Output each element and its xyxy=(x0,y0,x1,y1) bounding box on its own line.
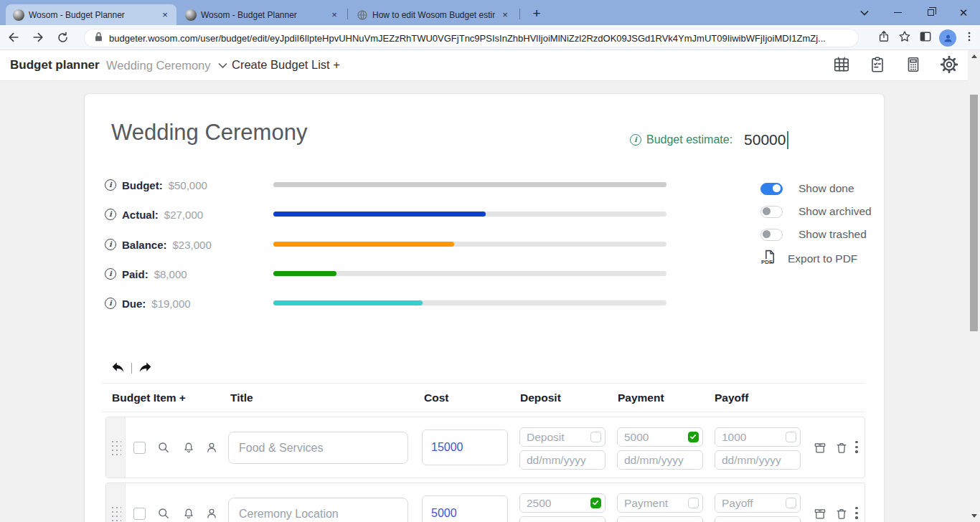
redo-icon[interactable] xyxy=(138,359,153,377)
calculator-icon[interactable] xyxy=(904,55,923,77)
tab-close-icon[interactable]: × xyxy=(329,9,340,21)
show-trashed-toggle[interactable] xyxy=(760,229,783,241)
payment-date-input[interactable] xyxy=(617,516,703,522)
profile-avatar[interactable] xyxy=(939,29,956,47)
deposit-done-checkbox[interactable] xyxy=(590,498,601,508)
info-icon[interactable] xyxy=(105,268,116,280)
bell-icon[interactable] xyxy=(182,506,196,521)
tab-separator xyxy=(519,9,520,19)
table-header: Budget Item + Title Cost Deposit Payment… xyxy=(102,383,865,412)
side-panel-icon[interactable] xyxy=(918,29,933,47)
browser-tab-1[interactable]: Wosom - Budget Planner × xyxy=(6,4,176,25)
app-navbar: Budget planner Wedding Ceremony Create B… xyxy=(0,50,980,81)
cost-input[interactable] xyxy=(422,430,508,465)
forward-icon[interactable] xyxy=(27,27,49,48)
close-button[interactable]: ✕ xyxy=(947,0,980,25)
archive-icon[interactable] xyxy=(813,507,827,521)
due-progress-bar xyxy=(273,300,666,305)
payment-done-checkbox[interactable] xyxy=(688,498,699,508)
create-budget-list-button[interactable]: Create Budget List + xyxy=(232,58,340,72)
trash-icon[interactable] xyxy=(834,507,849,521)
stat-label: Balance: xyxy=(122,239,167,251)
payoff-done-checkbox[interactable] xyxy=(786,498,796,508)
budget-item-row xyxy=(105,483,865,522)
toggle-label: Show trashed xyxy=(798,228,867,241)
stat-value: $19,000 xyxy=(151,298,190,310)
title-input[interactable] xyxy=(228,498,408,522)
row-checkbox[interactable] xyxy=(133,508,146,520)
chevron-down-icon xyxy=(218,62,227,69)
restore-button[interactable] xyxy=(914,0,947,25)
tab-close-icon[interactable]: × xyxy=(499,9,511,21)
toggle-label: Show archived xyxy=(798,205,872,218)
minimize-button[interactable] xyxy=(881,0,914,25)
info-icon[interactable] xyxy=(105,298,116,309)
calendar-icon[interactable] xyxy=(832,55,851,77)
scrollbar-thumb[interactable] xyxy=(970,95,978,331)
budget-item-add-button[interactable]: Budget Item + xyxy=(112,392,186,404)
clipboard-checklist-icon[interactable] xyxy=(868,55,887,77)
deposit-date-input[interactable] xyxy=(519,450,606,470)
payment-field xyxy=(617,493,703,513)
bar-fill xyxy=(273,212,486,217)
row-checkbox[interactable] xyxy=(133,442,146,454)
budget-estimate-field[interactable]: Budget estimate: 50000 xyxy=(630,128,788,151)
bell-icon[interactable] xyxy=(182,440,196,455)
bar-fill xyxy=(273,300,423,305)
bookmark-star-icon[interactable] xyxy=(897,29,912,47)
tab-close-icon[interactable]: × xyxy=(159,9,171,21)
address-bar[interactable]: budgeter.wosom.com/user/budget/edit/eyJp… xyxy=(84,29,859,47)
info-icon[interactable] xyxy=(105,239,116,250)
payoff-done-checkbox[interactable] xyxy=(786,432,796,442)
bar-fill xyxy=(273,271,336,276)
budget-estimate-value[interactable]: 50000 xyxy=(744,131,786,148)
cost-input[interactable] xyxy=(422,495,508,522)
scroll-up-icon[interactable] xyxy=(968,50,980,62)
deposit-done-checkbox[interactable] xyxy=(590,432,601,442)
deposit-date-input[interactable] xyxy=(519,516,606,522)
info-icon[interactable] xyxy=(105,209,116,220)
trash-icon[interactable] xyxy=(834,441,849,455)
row-menu-icon[interactable] xyxy=(855,441,858,453)
title-input[interactable] xyxy=(228,432,408,464)
budget-estimate-label: Budget estimate: xyxy=(646,133,732,146)
stat-value: $50,000 xyxy=(169,179,207,191)
payment-date-input[interactable] xyxy=(617,450,703,470)
row-menu-icon[interactable] xyxy=(855,507,858,519)
window-controls: ✕ xyxy=(848,0,980,25)
search-icon[interactable] xyxy=(156,440,171,455)
payment-field xyxy=(617,427,703,447)
browser-tab-3[interactable]: How to edit Wosom Budget estim × xyxy=(349,4,517,25)
archive-icon[interactable] xyxy=(813,441,827,455)
person-icon[interactable] xyxy=(204,440,219,455)
payment-done-checkbox[interactable] xyxy=(688,432,699,442)
browser-menu-icon[interactable] xyxy=(963,30,976,46)
reload-icon[interactable] xyxy=(52,27,73,48)
new-tab-button[interactable]: + xyxy=(527,4,546,23)
drag-handle[interactable] xyxy=(106,483,126,522)
column-payoff: Payoff xyxy=(715,392,748,404)
search-icon[interactable] xyxy=(156,506,171,521)
browser-tab-2[interactable]: Wosom - Budget Planner × xyxy=(178,4,346,25)
undo-icon[interactable] xyxy=(110,359,126,377)
page-scrollbar[interactable] xyxy=(968,50,980,522)
gear-icon[interactable] xyxy=(940,55,958,77)
stat-label: Paid: xyxy=(122,268,149,280)
drag-handle[interactable] xyxy=(106,417,126,478)
payoff-date-input[interactable] xyxy=(715,450,801,470)
info-icon[interactable] xyxy=(630,134,641,146)
tab-separator xyxy=(347,9,348,19)
info-icon[interactable] xyxy=(105,179,116,191)
share-icon[interactable] xyxy=(877,29,891,47)
payoff-date-input[interactable] xyxy=(715,516,801,522)
scroll-down-icon[interactable] xyxy=(968,510,980,522)
export-pdf-button[interactable]: PDF Export to PDF xyxy=(760,248,857,269)
budget-list-dropdown[interactable]: Wedding Ceremony xyxy=(106,59,227,72)
show-archived-toggle[interactable] xyxy=(760,206,783,218)
stat-label: Actual: xyxy=(122,209,159,221)
person-icon[interactable] xyxy=(204,506,219,521)
tab-search-icon[interactable] xyxy=(848,0,881,25)
back-icon[interactable] xyxy=(3,27,24,48)
deposit-field xyxy=(519,427,606,447)
show-done-toggle[interactable] xyxy=(760,183,783,195)
